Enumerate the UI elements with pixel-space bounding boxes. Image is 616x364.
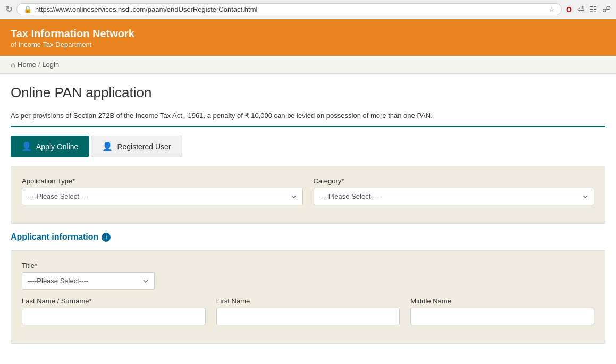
applicant-info-title-bar: Applicant information i [11,232,605,242]
opera-icon: O [566,5,572,14]
tab-registered-user[interactable]: 👤 Registered User [91,136,182,157]
tabs-container: 👤 Apply Online 👤 Registered User [11,136,605,157]
last-name-label: Last Name / Surname* [22,297,206,305]
last-name-input[interactable] [22,308,206,325]
applicant-info-title: Applicant information i [11,232,605,242]
back-icon[interactable]: ↻ [5,4,12,14]
title-select[interactable]: ----Please Select---- [22,272,155,290]
main-content: Online PAN application As per provisions… [0,74,616,344]
apply-online-icon: 👤 [21,141,32,151]
url-bar[interactable]: 🔒 https://www.onlineservices.nsdl.com/pa… [16,3,562,15]
notice-text: As per provisions of Section 272B of the… [11,112,605,120]
middle-name-label: Middle Name [410,297,594,305]
middle-name-input[interactable] [410,308,594,325]
application-type-select[interactable]: ----Please Select---- [22,188,303,205]
title-group: Title* ----Please Select---- [22,261,155,290]
breadcrumb: ⌂ Home / Login [0,56,616,74]
site-header: Tax Information Network of Income Tax De… [0,19,616,56]
category-select[interactable]: ----Please Select---- [314,188,595,205]
tab-apply-online[interactable]: 👤 Apply Online [11,136,89,157]
chat-icon: ☍ [602,4,611,14]
tab-registered-user-label: Registered User [117,142,171,151]
url-text: https://www.onlineservices.nsdl.com/paam… [35,5,545,13]
application-type-group: Application Type* ----Please Select---- [22,177,303,205]
browser-toolbar-icons: O ⏎ ☷ ☍ [566,4,611,14]
tab-apply-online-label: Apply Online [36,142,78,151]
last-name-group: Last Name / Surname* [22,297,206,325]
application-type-label: Application Type* [22,177,303,185]
site-title: Tax Information Network [11,27,605,40]
bookmark-icon[interactable]: ☆ [549,5,555,13]
breadcrumb-home-link[interactable]: Home [18,61,36,69]
registered-user-icon: 👤 [102,141,113,151]
lock-icon: 🔒 [23,5,32,13]
browser-chrome: ↻ 🔒 https://www.onlineservices.nsdl.com/… [0,0,616,19]
title-row: Title* ----Please Select---- [22,261,594,290]
middle-name-group: Middle Name [410,297,594,325]
home-icon: ⌂ [11,60,15,69]
application-type-section: Application Type* ----Please Select---- … [11,166,605,224]
first-name-label: First Name [216,297,400,305]
page-title: Online PAN application [11,84,605,101]
layers-icon: ☷ [589,4,597,14]
applicant-info-section: Title* ----Please Select---- Last Name /… [11,250,605,344]
first-name-input[interactable] [216,308,400,325]
name-row: Last Name / Surname* First Name Middle N… [22,297,594,325]
title-label: Title* [22,261,155,269]
speaker-icon: ⏎ [577,4,584,14]
applicant-info-title-text: Applicant information [11,232,98,242]
breadcrumb-current: Login [42,61,59,69]
first-name-group: First Name [216,297,400,325]
breadcrumb-separator: / [38,61,40,69]
category-label: Category* [314,177,595,185]
section-divider [11,126,605,127]
site-subtitle: of Income Tax Department [11,40,605,48]
category-group: Category* ----Please Select---- [314,177,595,205]
info-icon[interactable]: i [102,233,111,242]
app-type-row: Application Type* ----Please Select---- … [22,177,594,205]
